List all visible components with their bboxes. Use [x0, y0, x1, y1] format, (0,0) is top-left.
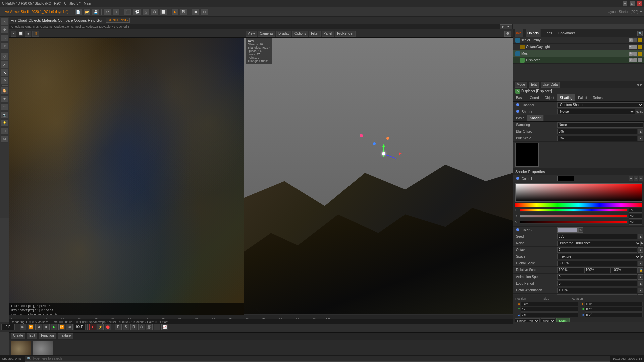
shader-preview-swatch[interactable]	[515, 143, 539, 167]
tab-coord[interactable]: Coord	[527, 94, 542, 101]
mat-create-tab[interactable]: Create	[11, 333, 25, 339]
stop-btn[interactable]: ■	[43, 324, 50, 330]
obj-search-btn[interactable]: 🔍	[637, 31, 643, 36]
key-rot-btn[interactable]: R	[130, 324, 137, 330]
polygon-tool[interactable]: ⬡	[1, 53, 8, 60]
key-param-btn[interactable]: ⬡	[138, 324, 145, 330]
vp-right-display-btn[interactable]: Display	[276, 31, 291, 37]
color2-checkbox[interactable]	[516, 228, 519, 231]
tab-refresh[interactable]: Refresh	[590, 94, 607, 101]
vp-right-view-btn[interactable]: View	[246, 31, 257, 37]
compare-menu[interactable]: Compare	[58, 18, 73, 22]
rel-scale-z-input[interactable]	[611, 267, 638, 273]
noise-select[interactable]: Blistered Turbulence	[557, 241, 641, 246]
undo-btn[interactable]: ↩	[104, 8, 111, 16]
vp-right-filter-btn[interactable]: Filter	[309, 31, 320, 37]
knife-tool[interactable]: 🔪	[1, 69, 8, 76]
hsv-s-input[interactable]	[629, 214, 642, 219]
mat-texture-tab[interactable]: Texture	[58, 333, 73, 339]
rel-scale-x-input[interactable]	[557, 267, 584, 273]
mat-edit-tab[interactable]: Edit	[27, 333, 37, 339]
coord-object-select[interactable]: Object (Rel)	[515, 318, 540, 322]
coord-x-pos[interactable]	[521, 302, 578, 306]
vp-right-cameras-btn[interactable]: Cameras	[258, 31, 276, 37]
search-input-area[interactable]: 🔍 Type here to search	[25, 356, 610, 362]
obj-item-octane-daylight[interactable]: OctaneDayLight 👁	[513, 44, 644, 50]
vp-settings-btn[interactable]: ⚙	[504, 31, 511, 37]
obj-tab-bookmarks[interactable]: Bookmarks	[557, 29, 577, 37]
play-rev-btn[interactable]: ◀	[35, 324, 42, 330]
open-btn[interactable]: 📂	[83, 8, 91, 16]
vp-display-btn[interactable]: ▸	[11, 31, 16, 37]
materials-menu[interactable]: Materials	[42, 18, 57, 22]
gui-menu[interactable]: Gui	[96, 18, 102, 22]
render-to-po-btn[interactable]: 🖼	[180, 8, 187, 16]
loop-period-input[interactable]	[557, 281, 637, 286]
go-start-btn[interactable]: ⏮	[20, 324, 26, 330]
help-menu[interactable]: Help	[88, 18, 96, 22]
timeline-btn[interactable]: 📈	[161, 324, 168, 330]
file-menu[interactable]: File	[11, 18, 17, 22]
detail-atten-up[interactable]: ▲	[638, 288, 643, 293]
key-pos-btn[interactable]: P	[115, 324, 122, 330]
color1-swatch[interactable]	[557, 176, 574, 181]
channel-select[interactable]: Custom Shader	[557, 102, 643, 108]
maximize-button[interactable]: □	[630, 1, 635, 6]
color1-tool-h[interactable]: H	[629, 176, 633, 181]
vp-right-panel-btn[interactable]: Panel	[322, 31, 334, 37]
anim-speed-input[interactable]	[557, 274, 637, 280]
hsv-h-input[interactable]	[629, 208, 642, 213]
coord-size-select[interactable]: Size	[541, 318, 555, 322]
apply-button[interactable]: Apply	[556, 318, 570, 322]
edge-mode-btn[interactable]: ◻	[201, 8, 208, 16]
user-data-btn[interactable]: User Data	[541, 82, 560, 88]
loop-period-up[interactable]: ▲	[638, 281, 643, 286]
color2-swatch[interactable]	[557, 227, 578, 233]
rel-scale-y-input[interactable]	[584, 267, 611, 273]
step-fwd-btn[interactable]: ⏩	[58, 324, 65, 330]
color1-checkbox[interactable]	[516, 177, 519, 180]
coord-z-pos[interactable]	[521, 312, 578, 317]
global-scale-up[interactable]: ▲	[638, 261, 643, 266]
minimize-button[interactable]: ─	[623, 1, 627, 6]
coord-p-rot[interactable]	[585, 307, 643, 312]
octaves-up[interactable]: ▲	[638, 247, 643, 253]
subtab-shader[interactable]: Shader	[527, 115, 543, 121]
tab-object[interactable]: Object	[542, 94, 557, 101]
color1-tool-s[interactable]: S	[634, 176, 638, 181]
brush-tool[interactable]: 🖌	[1, 61, 8, 68]
blur-scale-input[interactable]	[557, 136, 637, 141]
mode-btn[interactable]: Mode	[515, 82, 527, 88]
color1-tool-v[interactable]: V	[639, 176, 643, 181]
obj-tab-objects[interactable]: Objects	[526, 29, 541, 37]
seed-input[interactable]	[557, 234, 637, 239]
end-frame-input[interactable]	[74, 324, 86, 330]
key-pla-btn[interactable]: ∰	[146, 324, 153, 330]
vp-right-canvas[interactable]	[244, 38, 513, 314]
paint-tool[interactable]: 🎨	[1, 87, 8, 95]
vp-right-prorender-btn[interactable]: ProRender	[335, 31, 355, 37]
options-menu2[interactable]: Options	[74, 18, 87, 22]
sphere-btn[interactable]: ⚽	[133, 8, 141, 16]
seed-up[interactable]: ▲	[638, 234, 643, 239]
obj-item-displacer[interactable]: Displacer 👁	[513, 57, 644, 64]
tag-tool[interactable]: 🏷	[1, 135, 8, 143]
vp-render-btn[interactable]: ⚙	[32, 31, 39, 37]
tab-falloff[interactable]: Falloff	[575, 94, 590, 101]
octaves-input[interactable]	[557, 247, 637, 253]
record-btn[interactable]: ●	[89, 324, 96, 330]
coord-b-rot[interactable]	[585, 312, 643, 317]
go-end-btn[interactable]: ⏭	[66, 324, 73, 330]
rel-scale-lock[interactable]: 🔒	[638, 267, 643, 273]
save-btn[interactable]: 💾	[92, 8, 99, 16]
obj-item-mesh[interactable]: Mesh 👁	[513, 50, 644, 57]
current-frame-input[interactable]	[1, 324, 15, 330]
rotate-tool[interactable]: ↻	[1, 42, 8, 50]
play-fwd-btn[interactable]: ▶	[51, 324, 57, 330]
global-scale-input[interactable]	[557, 261, 637, 266]
sculpt-tool[interactable]: 👁	[1, 95, 8, 103]
cylinder-btn[interactable]: ⬡	[151, 8, 158, 16]
spline-tool[interactable]: 〜	[1, 103, 8, 111]
tab-shading[interactable]: Shading	[557, 94, 576, 101]
key-all2-btn[interactable]: ⊞	[154, 324, 160, 330]
